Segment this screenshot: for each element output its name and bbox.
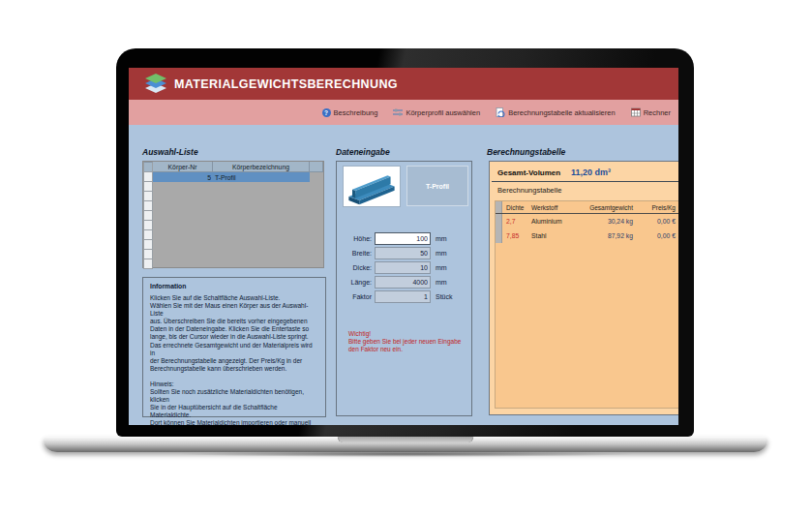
- dichte-value: 7,85: [502, 232, 531, 239]
- laenge-label: Länge:: [337, 279, 372, 286]
- hoehe-input[interactable]: [375, 232, 431, 245]
- column-header-koerperbezeichnung[interactable]: Körperbezeichnung: [213, 162, 310, 172]
- column-header-werkstoff: Werkstoff: [531, 204, 587, 211]
- dateneingabe-box: T-Profil Höhe: mm Breite: mm Dicke:: [336, 161, 472, 416]
- toolbar-item-koerperprofil[interactable]: Körperprofil auswählen: [393, 107, 480, 117]
- column-header-empty: [310, 162, 323, 172]
- row-selector-gutter: [143, 162, 153, 172]
- hoehe-unit: mm: [436, 235, 447, 242]
- help-icon: ?: [322, 108, 331, 117]
- table-row-empty[interactable]: [143, 240, 323, 250]
- profile-image-box: [343, 166, 401, 207]
- dicke-label: Dicke:: [337, 264, 372, 271]
- refresh-table-icon: [496, 107, 505, 117]
- laenge-input[interactable]: [375, 276, 431, 289]
- layers-icon: [145, 74, 166, 95]
- berechnung-gutter: [496, 201, 502, 213]
- berechnung-gutter: [496, 228, 502, 243]
- field-row-faktor: Faktor Stück: [337, 289, 471, 304]
- toolbar-item-tabelle-aktualisieren[interactable]: Berechnungstabelle aktualisieren: [496, 107, 616, 117]
- faktor-unit: Stück: [436, 293, 453, 300]
- gesamtgewicht-value: 87,92 kg: [587, 232, 633, 239]
- berechnung-gutter: [496, 214, 502, 228]
- information-body: Klicken Sie auf die Schaltfläche Auswahl…: [150, 294, 318, 373]
- berechnungstabelle-sublabel: Berechnungstabelle: [490, 182, 678, 199]
- dichte-value: 2,7: [502, 218, 531, 225]
- breite-input[interactable]: [375, 247, 431, 259]
- main-area: Auswahl-Liste Körper-Nr Körperbezeichnun…: [129, 125, 678, 425]
- gesamtgewicht-value: 30,24 kg: [587, 218, 633, 225]
- column-header-dichte: Dichte: [502, 204, 531, 211]
- laenge-unit: mm: [436, 279, 447, 286]
- column-header-koerper-nr[interactable]: Körper-Nr: [153, 162, 213, 172]
- hint-title: Hinweis:: [150, 380, 318, 388]
- information-title: Information: [150, 283, 318, 289]
- row-filler: [310, 172, 323, 182]
- calculator-icon: [631, 107, 641, 117]
- breite-unit: mm: [436, 250, 447, 257]
- hint-body: Sollten Sie noch zusätzliche Materialdic…: [150, 388, 318, 425]
- table-row-empty[interactable]: [143, 201, 323, 211]
- dicke-input[interactable]: [375, 261, 431, 274]
- faktor-warning-text: Wichtig! Bitte geben Sie bei jeder neuen…: [348, 330, 461, 353]
- laptop-mockup: MATERIALGEWICHTSBERECHNUNG ? Beschreibun…: [0, 0, 812, 517]
- gesamt-volumen-row: Gesamt-Volumen 11,20 dm³: [490, 162, 678, 181]
- selected-koerperbezeichnung: T-Profil: [213, 172, 310, 182]
- selected-koerper-nr: 5: [153, 172, 213, 182]
- dicke-unit: mm: [436, 264, 447, 271]
- table-row-empty[interactable]: [143, 192, 323, 201]
- berechnung-header-row: Dichte Werkstoff Gesamtgewicht Preis/Kg: [496, 201, 678, 214]
- berechnungstabelle-title: Berechnungstabelle: [487, 147, 565, 157]
- dateneingabe-title: Dateneingabe: [336, 147, 390, 157]
- table-row-empty[interactable]: [143, 259, 323, 269]
- app-window: MATERIALGEWICHTSBERECHNUNG ? Beschreibun…: [129, 68, 678, 425]
- app-header: MATERIALGEWICHTSBERECHNUNG: [129, 68, 678, 100]
- input-fields: Höhe: mm Breite: mm Dicke: mm: [337, 231, 471, 304]
- table-row-selected[interactable]: 5 T-Profil: [143, 172, 323, 182]
- table-row-aluminium[interactable]: 2,7 Aluminium 30,24 kg 0,00 €: [496, 214, 678, 228]
- app-title: MATERIALGEWICHTSBERECHNUNG: [174, 77, 398, 91]
- table-row-empty[interactable]: [143, 230, 323, 240]
- werkstoff-value: Aluminium: [531, 218, 587, 225]
- breite-label: Breite:: [337, 250, 372, 257]
- field-row-breite: Breite: mm: [337, 246, 471, 260]
- auswahl-header-row: Körper-Nr Körperbezeichnung: [143, 162, 323, 172]
- berechnungstabelle-panel: Gesamt-Volumen 11,20 dm³ Berechnungstabe…: [489, 161, 678, 415]
- werkstoff-value: Stahl: [531, 232, 587, 239]
- table-row-empty[interactable]: [143, 182, 323, 192]
- auswahl-liste-title: Auswahl-Liste: [142, 147, 198, 157]
- table-row-empty[interactable]: [143, 221, 323, 230]
- laptop-base-notch: [338, 437, 474, 442]
- gesamt-volumen-value: 11,20 dm³: [571, 167, 611, 177]
- field-row-laenge: Länge: mm: [337, 275, 471, 289]
- gesamt-volumen-label: Gesamt-Volumen: [497, 168, 571, 177]
- information-box: Information Klicken Sie auf die Schaltfl…: [142, 277, 326, 417]
- auswahl-liste-table: Körper-Nr Körperbezeichnung 5 T-Profil: [142, 161, 324, 268]
- profile-type-button[interactable]: T-Profil: [406, 166, 468, 206]
- t-beam-illustration: [345, 167, 399, 206]
- laptop-shadow: [174, 451, 639, 457]
- column-header-preis-kg: Preis/Kg: [633, 204, 678, 211]
- hoehe-label: Höhe:: [337, 235, 372, 242]
- toolbar: ? Beschreibung Körperprofil auswählen: [129, 100, 678, 125]
- column-header-gesamtgewicht: Gesamtgewicht: [587, 204, 633, 211]
- toolbar-item-rechner[interactable]: Rechner: [631, 107, 671, 117]
- field-row-hoehe: Höhe: mm: [337, 231, 471, 246]
- field-row-dicke: Dicke: mm: [337, 260, 471, 275]
- preis-kg-value[interactable]: 0,00 €: [633, 218, 678, 225]
- faktor-label: Faktor: [337, 293, 372, 300]
- faktor-input[interactable]: [375, 290, 431, 303]
- berechnungs-table: Dichte Werkstoff Gesamtgewicht Preis/Kg …: [495, 200, 678, 409]
- laptop-base: [44, 437, 767, 452]
- row-selector[interactable]: [143, 172, 153, 182]
- table-row-stahl[interactable]: 7,85 Stahl 87,92 kg 0,00 €: [496, 228, 678, 243]
- preis-kg-value[interactable]: 0,00 €: [633, 232, 678, 239]
- table-row-empty[interactable]: [143, 211, 323, 221]
- table-row-empty[interactable]: [143, 250, 323, 259]
- sliders-icon: [393, 107, 403, 117]
- toolbar-item-beschreibung[interactable]: ? Beschreibung: [322, 108, 378, 117]
